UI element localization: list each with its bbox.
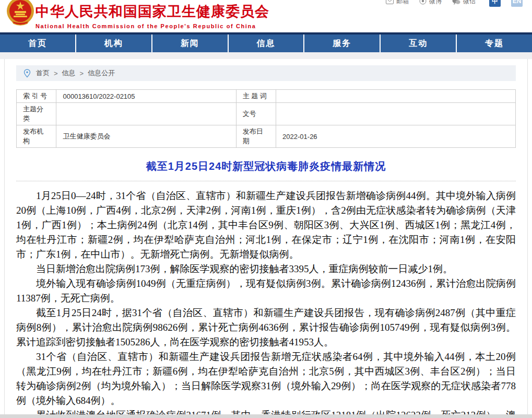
meta-value-subject-words <box>276 90 516 103</box>
breadcrumb: 首页 > 信息 > 信息公开 <box>16 65 516 81</box>
nav-item-news[interactable]: 新闻 <box>152 34 229 52</box>
nav-item-organization[interactable]: 机构 <box>76 34 152 52</box>
page-bottom-strip <box>0 414 532 418</box>
main-nav: 首页 机构 新闻 信息 服务 互动 专题 <box>0 32 532 52</box>
meta-label-publish-date: 发布日期 <box>236 125 276 148</box>
wechat-label: 微信 <box>463 0 476 6</box>
breadcrumb-info-disclosure: 信息公开 <box>88 68 115 78</box>
nav-item-interaction[interactable]: 互动 <box>381 34 457 52</box>
meta-label-publisher: 发布机构 <box>17 125 56 148</box>
meta-label-index-number: 索 引 号 <box>17 90 56 103</box>
weibo-label: 微博 <box>429 0 442 6</box>
site-title: 中华人民共和国国家卫生健康委员会 <box>36 2 269 21</box>
lang-english-button[interactable]: EN <box>511 0 523 7</box>
meta-value-doc-number <box>276 103 516 125</box>
dotted-divider <box>16 181 516 181</box>
page-divider-strip <box>0 52 532 59</box>
wechat-icon <box>452 0 460 5</box>
meta-label-subject-words: 主 题 词 <box>236 90 276 103</box>
article-paragraph: 1月25日0—24时，31个省（自治区、直辖市）和新疆生产建设兵团报告新增确诊病… <box>16 189 516 262</box>
meta-label-doc-number: 文号 <box>236 103 276 125</box>
breadcrumb-home[interactable]: 首页 <box>36 68 50 78</box>
meta-label-category: 主题分类 <box>17 103 56 125</box>
meta-value-publish-date: 2022-01-26 <box>276 125 516 148</box>
mail-link[interactable]: 邮箱 <box>386 0 409 6</box>
table-row: 索 引 号 000013610/2022-02105 主 题 词 <box>17 90 516 103</box>
breadcrumb-separator: > <box>80 69 84 77</box>
nav-item-home[interactable]: 首页 <box>0 34 76 52</box>
nav-item-topics[interactable]: 专题 <box>457 34 532 52</box>
article-paragraph: 31个省（自治区、直辖市）和新疆生产建设兵团报告新增无症状感染者64例，其中境外… <box>16 350 516 408</box>
meta-value-index-number: 000013610/2022-02105 <box>56 90 236 103</box>
breadcrumb-separator: > <box>54 69 58 77</box>
site-subtitle: National Health Commission of the People… <box>36 23 269 29</box>
site-header: 中华人民共和国国家卫生健康委员会 National Health Commiss… <box>0 0 532 32</box>
weibo-icon <box>419 0 427 5</box>
breadcrumb-information[interactable]: 信息 <box>62 68 76 78</box>
location-pin-icon <box>23 69 31 78</box>
article-body: 1月25日0—24时，31个省（自治区、直辖市）和新疆生产建设兵团报告新增确诊病… <box>16 189 516 418</box>
article-paragraph: 当日新增治愈出院病例173例，解除医学观察的密切接触者3395人，重症病例较前一… <box>16 262 516 276</box>
mail-icon <box>386 0 394 4</box>
table-row: 主题分类 文号 <box>17 103 516 125</box>
weibo-link[interactable]: 微博 <box>419 0 442 6</box>
article-title: 截至1月25日24时新型冠状病毒肺炎疫情最新情况 <box>16 159 516 173</box>
mail-label: 邮箱 <box>396 0 409 6</box>
nav-item-information[interactable]: 信息 <box>229 34 305 52</box>
meta-value-publisher: 卫生健康委员会 <box>56 125 236 148</box>
national-emblem-logo[interactable] <box>6 0 34 28</box>
article-paragraph: 境外输入现有确诊病例1049例（无重症病例），现有疑似病例3例。累计确诊病例12… <box>16 276 516 306</box>
document-meta-table: 索 引 号 000013610/2022-02105 主 题 词 主题分类 文号… <box>16 89 516 148</box>
content-container: 首页 > 信息 > 信息公开 索 引 号 000013610/2022-0210… <box>4 59 528 414</box>
header-quick-links: 邮箱 微博 微信 中 EN <box>386 0 523 7</box>
lang-chinese-button[interactable]: 中 <box>489 0 501 7</box>
nav-item-services[interactable]: 服务 <box>304 34 381 52</box>
meta-value-category <box>56 103 236 125</box>
wechat-link[interactable]: 微信 <box>452 0 476 6</box>
table-row: 发布机构 卫生健康委员会 发布日期 2022-01-26 <box>17 125 516 148</box>
article-paragraph: 截至1月25日24时，据31个省（自治区、直辖市）和新疆生产建设兵团报告，现有确… <box>16 306 516 350</box>
